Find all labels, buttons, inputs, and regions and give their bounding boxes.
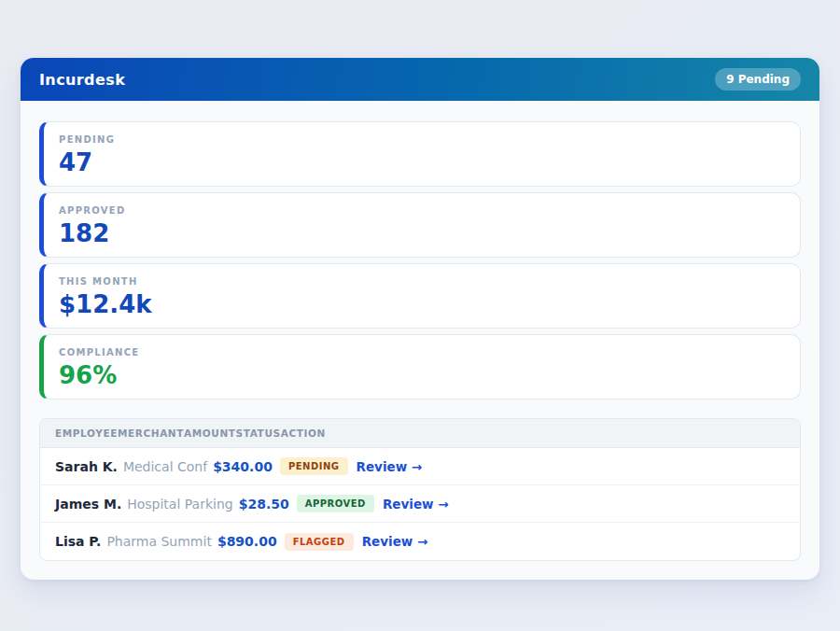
stat-label: PENDING [59,134,785,145]
column-header-amount: AMOUNT [184,428,236,439]
employee-name: Lisa P. [55,534,101,549]
review-link[interactable]: Review → [362,534,428,549]
status-badge: FLAGGED [285,533,354,551]
app-title: Incurdesk [39,71,125,89]
stat-card-compliance: COMPLIANCE 96% [39,334,801,400]
stat-label: THIS MONTH [59,276,785,287]
column-header-action: ACTION [281,428,326,439]
merchant-name: Pharma Summit [106,534,212,549]
expense-amount: $340.00 [213,459,273,474]
stat-card-approved: APPROVED 182 [39,192,801,258]
stat-label: COMPLIANCE [59,347,785,358]
pending-count-badge: 9 Pending [715,68,801,91]
employee-name: James M. [55,497,121,512]
column-header-employee: EMPLOYEE [55,428,118,439]
table-row: Sarah K. Medical Conf $340.00 PENDING Re… [40,448,800,485]
stat-value: 96% [59,363,785,387]
expense-amount: $890.00 [217,534,277,549]
column-header-merchant: MERCHANT [118,428,184,439]
app-header: Incurdesk 9 Pending [21,58,819,101]
merchant-name: Hospital Parking [127,497,232,512]
status-badge: APPROVED [297,495,374,512]
table-row: Lisa P. Pharma Summit $890.00 FLAGGED Re… [40,523,800,560]
expenses-table: EMPLOYEE MERCHANT AMOUNT STATUS ACTION S… [39,418,801,561]
review-link[interactable]: Review → [383,497,449,512]
review-link[interactable]: Review → [357,459,423,474]
stat-card-this-month: THIS MONTH $12.4k [39,263,801,329]
table-header-row: EMPLOYEE MERCHANT AMOUNT STATUS ACTION [40,419,800,448]
expense-app-card: Incurdesk 9 Pending PENDING 47 APPROVED … [21,58,819,580]
column-header-status: STATUS [236,428,281,439]
status-badge: PENDING [280,457,348,475]
stat-card-pending: PENDING 47 [39,121,801,187]
stat-label: APPROVED [59,205,785,216]
stat-value: 47 [59,150,785,175]
stat-value: 182 [59,221,785,245]
employee-name: Sarah K. [55,459,118,474]
stat-value: $12.4k [59,292,785,316]
app-content: PENDING 47 APPROVED 182 THIS MONTH $12.4… [21,101,819,580]
table-row: James M. Hospital Parking $28.50 APPROVE… [40,485,800,523]
merchant-name: Medical Conf [123,459,207,474]
expense-amount: $28.50 [239,497,289,512]
